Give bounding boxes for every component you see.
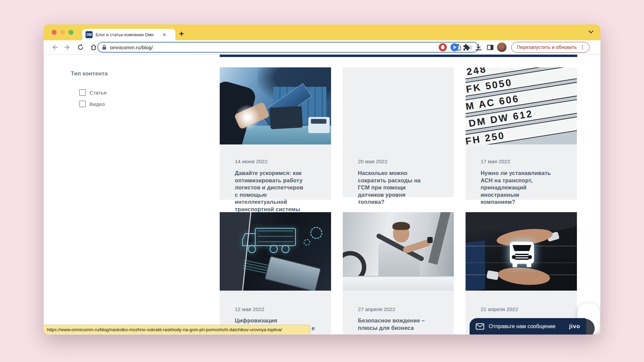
plate-text: FK 5050 bbox=[466, 77, 513, 95]
video-checkbox[interactable] bbox=[79, 101, 86, 107]
extensions-puzzle-icon[interactable] bbox=[463, 44, 470, 51]
window-zoom-button[interactable] bbox=[68, 30, 73, 35]
card-date: 20 мая 2022 bbox=[358, 159, 387, 165]
light-flare-shape bbox=[232, 102, 263, 132]
card-title[interactable]: Насколько можно сократить расходы на ГСМ… bbox=[358, 170, 447, 206]
blog-card[interactable]: 20 мая 2022 Насколько можно сократить ра… bbox=[343, 67, 454, 212]
wristwatch-shape bbox=[427, 237, 433, 243]
filter-option-article[interactable]: Статья bbox=[79, 89, 107, 96]
card-date: 17 мая 2022 bbox=[481, 159, 510, 165]
driver-seatbelt-photo bbox=[343, 212, 454, 291]
card-title[interactable]: Цифровизация bbox=[235, 317, 324, 324]
blue-streak-shape bbox=[466, 240, 485, 291]
restart-update-label: Перезапустить и обновить bbox=[517, 45, 577, 50]
desktop-background: OM Блог и статьи компании Омн × + omnico… bbox=[0, 0, 644, 362]
suit-shoulders-shape bbox=[466, 212, 577, 232]
site-favicon: OM bbox=[86, 31, 93, 38]
page-viewport: Тип контента Статья Видео bbox=[44, 55, 600, 335]
blog-card[interactable]: 12 мая 2022 Цифровизация е bbox=[220, 212, 331, 335]
card-date: 27 апреля 2022 bbox=[358, 306, 395, 312]
shirt-cuff-shape bbox=[486, 270, 499, 280]
home-icon[interactable] bbox=[90, 44, 97, 51]
tab-close-icon[interactable]: × bbox=[163, 32, 166, 38]
plate-text: F 248 bbox=[466, 67, 487, 79]
driver-head-shape bbox=[393, 224, 409, 242]
forward-icon[interactable] bbox=[64, 44, 71, 51]
filter-option-video[interactable]: Видео bbox=[79, 101, 105, 107]
hands-protecting-truck-photo bbox=[466, 212, 577, 291]
side-panel-icon[interactable] bbox=[486, 44, 494, 51]
address-bar[interactable]: omnicomm.ru/blog/ ☆ bbox=[97, 42, 479, 53]
car-door-shape bbox=[343, 276, 454, 291]
back-icon[interactable] bbox=[51, 44, 58, 51]
browser-toolbar: omnicomm.ru/blog/ ☆ Перезапустить и обно… bbox=[44, 40, 600, 55]
card-title[interactable]: Безопасное вождение – плюсы для бизнеса bbox=[358, 317, 447, 331]
blog-card[interactable]: F 248 FK 5050 DM AC 606 DM DW 612 FH 250… bbox=[466, 67, 577, 212]
blog-card[interactable]: 21 апреля 2022 bbox=[466, 212, 577, 335]
reach-stacker-shape bbox=[269, 106, 303, 129]
license-plates-photo: F 248 FK 5050 DM AC 606 DM DW 612 FH 250 bbox=[466, 67, 577, 144]
card-date: 21 апреля 2022 bbox=[481, 306, 518, 312]
chat-widget-bar[interactable]: Отправьте нам сообщение jivo bbox=[470, 318, 586, 335]
card-title-fragment: е bbox=[312, 325, 315, 331]
browser-tab[interactable]: OM Блог и статьи компании Омн × bbox=[82, 29, 175, 40]
card-date: 14 июня 2022 bbox=[235, 159, 268, 165]
article-checkbox[interactable] bbox=[79, 89, 86, 96]
card-date: 12 мая 2022 bbox=[235, 306, 264, 312]
lock-icon[interactable] bbox=[102, 45, 107, 50]
video-extension-icon[interactable] bbox=[450, 43, 459, 51]
browser-window: OM Блог и статьи компании Омн × + omnico… bbox=[44, 24, 600, 335]
logistics-containers-photo bbox=[220, 67, 331, 144]
restart-update-button[interactable]: Перезапустить и обновить ⋮ bbox=[511, 42, 590, 53]
new-tab-button[interactable]: + bbox=[179, 29, 184, 39]
chevron-down-icon[interactable] bbox=[588, 30, 594, 34]
tab-strip: OM Блог и статьи компании Омн × + bbox=[44, 24, 600, 40]
url-text[interactable]: omnicomm.ru/blog/ bbox=[110, 45, 455, 50]
envelope-icon bbox=[476, 323, 484, 330]
card-title[interactable]: Давайте ускоримся: как оптимизировать ра… bbox=[235, 170, 324, 213]
window-close-button[interactable] bbox=[52, 30, 57, 35]
adblock-extension-icon[interactable] bbox=[439, 43, 447, 51]
window-minimize-button[interactable] bbox=[60, 30, 65, 35]
card-title[interactable]: Нужно ли устанавливать АСН на транспорт,… bbox=[481, 170, 570, 206]
plate-text: FH 250 bbox=[466, 130, 506, 144]
gear-icon bbox=[310, 227, 322, 239]
wireframe-truck-icon bbox=[242, 226, 300, 258]
content-type-filter-heading: Тип контента bbox=[71, 70, 108, 77]
chat-message-text[interactable]: Отправьте нам сообщение bbox=[489, 323, 565, 329]
jivo-logo: jivo bbox=[569, 323, 580, 330]
license-plates-stack: F 248 FK 5050 DM AC 606 DM DW 612 FH 250 bbox=[466, 67, 577, 144]
download-icon[interactable] bbox=[475, 44, 482, 51]
digital-truck-hologram-photo bbox=[220, 212, 331, 291]
blog-card[interactable]: 27 апреля 2022 Безопасное вождение – плю… bbox=[343, 212, 454, 335]
video-checkbox-label: Видео bbox=[90, 101, 105, 107]
tab-title: Блог и статьи компании Омн bbox=[96, 32, 161, 37]
reload-icon[interactable] bbox=[77, 44, 84, 51]
site-header-bottom-bar bbox=[220, 55, 577, 57]
glowing-truck-icon bbox=[505, 240, 539, 269]
status-bar-url: https://www.omnicomm.ru/blog/naskolko-mo… bbox=[47, 327, 282, 332]
article-checkbox-label: Статья bbox=[90, 90, 107, 96]
status-bar-link-preview: https://www.omnicomm.ru/blog/naskolko-mo… bbox=[44, 325, 310, 334]
gear-icon bbox=[304, 239, 310, 246]
blog-card[interactable]: 14 июня 2022 Давайте ускоримся: как опти… bbox=[220, 67, 331, 212]
truck-cab-shape bbox=[308, 117, 330, 133]
tablet-shape bbox=[265, 256, 321, 291]
browser-menu-dots-icon[interactable]: ⋮ bbox=[580, 44, 585, 50]
profile-avatar[interactable] bbox=[497, 43, 506, 52]
